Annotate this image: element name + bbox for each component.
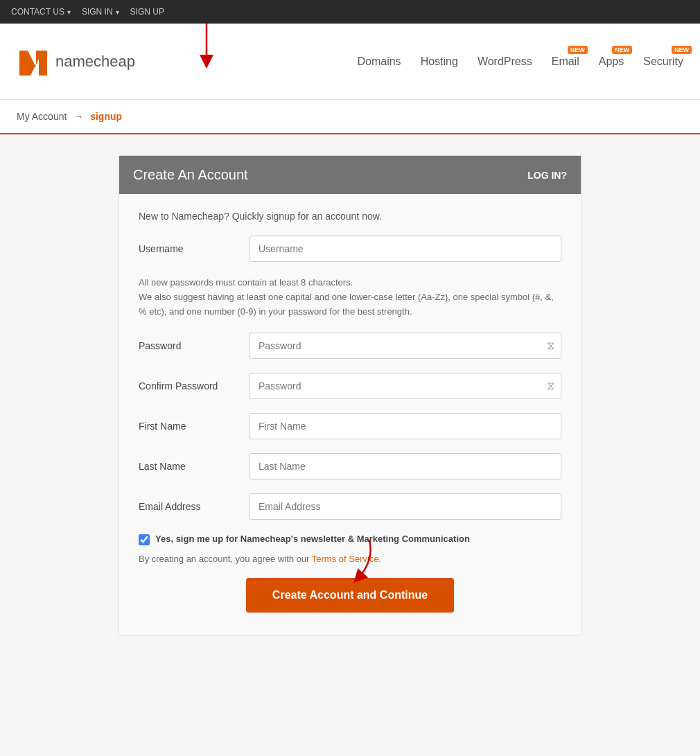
- breadcrumb-signup[interactable]: signup: [90, 111, 122, 122]
- login-link[interactable]: LOG IN?: [527, 170, 567, 181]
- nav-items: Domains Hosting WordPress NEW Email NEW …: [357, 53, 683, 71]
- new-badge-apps: NEW: [612, 46, 632, 54]
- breadcrumb: My Account → signup: [0, 100, 700, 134]
- new-badge-security: NEW: [672, 46, 692, 54]
- signup-form-card: Create An Account LOG IN? New to Nameche…: [119, 155, 581, 635]
- nav-item-hosting[interactable]: Hosting: [421, 53, 458, 71]
- main-nav: namecheap Domains Hosting WordPress NEW …: [0, 24, 700, 100]
- create-account-button[interactable]: Create Account and Continue: [246, 578, 454, 613]
- email-input[interactable]: [250, 493, 561, 520]
- contact-us-chevron-icon: ▾: [67, 8, 71, 16]
- main-content: Create An Account LOG IN? New to Nameche…: [107, 155, 593, 635]
- password-label: Password: [139, 340, 250, 351]
- username-input[interactable]: [250, 236, 561, 262]
- newsletter-checkbox[interactable]: [139, 534, 150, 545]
- password-wrapper: ⧖: [250, 333, 561, 359]
- form-header: Create An Account LOG IN?: [119, 156, 581, 194]
- top-bar: CONTACT US ▾ SIGN IN ▾ SIGN UP: [0, 0, 700, 24]
- contact-us-link[interactable]: CONTACT US ▾: [11, 7, 71, 17]
- logo[interactable]: namecheap: [17, 45, 135, 78]
- last-name-row: Last Name: [139, 453, 561, 480]
- form-title: Create An Account: [133, 167, 248, 183]
- password-input[interactable]: [250, 333, 561, 359]
- username-row: Username: [139, 236, 561, 262]
- sign-in-link[interactable]: SIGN IN ▾: [82, 7, 119, 17]
- last-name-input[interactable]: [250, 453, 561, 480]
- breadcrumb-my-account: My Account: [17, 111, 67, 122]
- sign-up-link[interactable]: SIGN UP: [130, 7, 164, 17]
- form-body: New to Namecheap? Quickly signup for an …: [119, 194, 581, 635]
- tos-link[interactable]: Terms of Service.: [312, 554, 381, 564]
- password-toggle-icon[interactable]: ⧖: [547, 340, 554, 352]
- password-hint: All new passwords must contain at least …: [139, 276, 561, 319]
- nav-item-wordpress[interactable]: WordPress: [478, 53, 532, 71]
- email-label: Email Address: [139, 501, 250, 512]
- nav-item-email[interactable]: NEW Email: [552, 53, 579, 71]
- tos-text: By creating an account, you agree with o…: [139, 554, 561, 564]
- username-label: Username: [139, 243, 250, 254]
- last-name-label: Last Name: [139, 461, 250, 472]
- nav-item-security[interactable]: NEW Security: [643, 53, 683, 71]
- intro-text: New to Namecheap? Quickly signup for an …: [139, 211, 561, 222]
- logo-text: namecheap: [55, 53, 135, 71]
- svg-marker-2: [19, 51, 47, 76]
- logo-icon: [17, 45, 50, 78]
- new-badge-email: NEW: [568, 46, 588, 54]
- breadcrumb-arrow: →: [73, 111, 83, 122]
- confirm-password-input[interactable]: [250, 373, 561, 399]
- nav-item-domains[interactable]: Domains: [357, 53, 401, 71]
- nav-item-apps[interactable]: NEW Apps: [599, 53, 624, 71]
- email-row: Email Address: [139, 493, 561, 520]
- confirm-password-wrapper: ⧖: [250, 373, 561, 399]
- sign-in-chevron-icon: ▾: [116, 8, 119, 16]
- first-name-input[interactable]: [250, 413, 561, 439]
- confirm-password-toggle-icon[interactable]: ⧖: [547, 380, 554, 392]
- first-name-row: First Name: [139, 413, 561, 439]
- confirm-password-label: Confirm Password: [139, 380, 250, 392]
- password-row: Password ⧖: [139, 333, 561, 359]
- newsletter-label: Yes, sign me up for Namecheap's newslett…: [155, 534, 470, 544]
- confirm-password-row: Confirm Password ⧖: [139, 373, 561, 399]
- submit-area: Create Account and Continue: [139, 578, 561, 613]
- first-name-label: First Name: [139, 421, 250, 432]
- newsletter-row: Yes, sign me up for Namecheap's newslett…: [139, 534, 561, 545]
